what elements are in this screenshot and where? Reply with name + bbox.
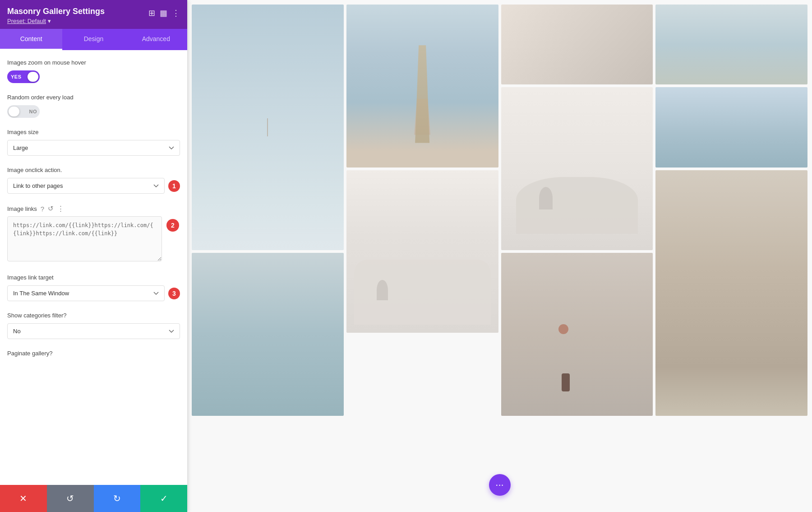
gallery-item-10[interactable] <box>192 253 344 416</box>
images-link-target-badge: 3 <box>168 288 180 299</box>
more-icon[interactable]: ⋮ <box>172 8 180 18</box>
settings-panel: Masonry Gallery Settings Preset: Default… <box>0 0 187 512</box>
expand-icon[interactable]: ⊞ <box>148 8 155 18</box>
reset-icon[interactable]: ↺ <box>48 205 54 213</box>
image-onclick-badge: 1 <box>168 180 180 192</box>
images-size-label: Images size <box>7 129 180 135</box>
gallery-item-2[interactable] <box>346 5 498 168</box>
sidebar-header: Masonry Gallery Settings Preset: Default… <box>0 0 187 29</box>
gallery-item-3[interactable] <box>501 5 653 84</box>
image-links-group: Image links ? ↺ ⋮ https://link.com/{{lin… <box>7 205 180 263</box>
tab-advanced[interactable]: Advanced <box>125 29 187 50</box>
preset-label[interactable]: Preset: Default ▾ <box>7 18 105 24</box>
masonry-grid <box>187 0 812 503</box>
image-onclick-label: Image onclick action. <box>7 167 180 173</box>
help-icon[interactable]: ? <box>41 205 44 213</box>
tab-content[interactable]: Content <box>0 29 62 50</box>
images-link-target-label: Images link target <box>7 274 180 281</box>
random-order-toggle-row: NO <box>7 105 180 118</box>
sidebar-tabs: Content Design Advanced <box>0 29 187 50</box>
gallery-item-9[interactable] <box>655 170 807 416</box>
gallery-item-4[interactable] <box>655 5 807 84</box>
random-order-group: Random order every load NO <box>7 94 180 118</box>
show-categories-label: Show categories filter? <box>7 312 180 319</box>
tab-design[interactable]: Design <box>62 29 125 50</box>
images-zoom-group: Images zoom on mouse hover YES <box>7 59 180 83</box>
more-links-icon[interactable]: ⋮ <box>57 205 64 213</box>
undo-icon: ↺ <box>66 493 74 504</box>
show-categories-group: Show categories filter? No Yes <box>7 312 180 339</box>
cancel-button[interactable]: ✕ <box>0 485 47 512</box>
image-links-badge: 2 <box>166 219 179 232</box>
image-onclick-group: Image onclick action. Link to other page… <box>7 167 180 194</box>
random-order-label: Random order every load <box>7 94 180 101</box>
images-zoom-toggle-row: YES <box>7 70 180 83</box>
random-order-toggle[interactable]: NO <box>7 105 40 118</box>
image-links-header: Image links ? ↺ ⋮ <box>7 205 180 213</box>
sidebar-footer: ✕ ↺ ↻ ✓ <box>0 485 187 512</box>
gallery-item-6[interactable] <box>655 87 807 167</box>
fab-button[interactable]: ··· <box>489 474 511 496</box>
image-onclick-select[interactable]: Link to other pages Open lightbox None <box>7 178 165 194</box>
gallery-item-5[interactable] <box>501 87 653 250</box>
save-button[interactable]: ✓ <box>140 485 187 512</box>
sidebar-header-icons: ⊞ ▦ ⋮ <box>148 6 180 18</box>
paginate-label: Paginate gallery? <box>7 350 180 357</box>
images-size-group: Images size Large Medium Small Full <box>7 129 180 156</box>
gallery-item-1[interactable] <box>192 5 344 250</box>
sidebar-content: Images zoom on mouse hover YES Random or… <box>0 50 187 485</box>
images-zoom-label: Images zoom on mouse hover <box>7 59 180 66</box>
main-canvas: ··· <box>187 0 812 512</box>
undo-button[interactable]: ↺ <box>47 485 94 512</box>
show-categories-select[interactable]: No Yes <box>7 323 180 339</box>
image-links-textarea[interactable]: https://link.com/{{link}}https://link.co… <box>7 216 162 261</box>
layout-icon[interactable]: ▦ <box>160 8 167 18</box>
images-zoom-toggle[interactable]: YES <box>7 70 40 83</box>
images-link-target-row: In The Same Window In A New Window 3 <box>7 285 180 301</box>
gallery-item-7[interactable] <box>346 170 498 333</box>
cancel-icon: ✕ <box>19 493 27 504</box>
toggle-yes-label: YES <box>11 74 22 79</box>
images-link-target-group: Images link target In The Same Window In… <box>7 274 180 301</box>
save-icon: ✓ <box>160 493 168 504</box>
toggle-knob <box>28 72 38 82</box>
image-links-textarea-wrapper: https://link.com/{{link}}https://link.co… <box>7 216 162 263</box>
images-size-select[interactable]: Large Medium Small Full <box>7 140 180 156</box>
paginate-group: Paginate gallery? <box>7 350 180 357</box>
fab-icon: ··· <box>495 479 503 491</box>
gallery-item-8[interactable] <box>501 253 653 416</box>
redo-icon: ↻ <box>113 493 121 504</box>
image-links-label: Image links <box>7 205 37 212</box>
images-link-target-select[interactable]: In The Same Window In A New Window <box>7 285 165 301</box>
sidebar-header-left: Masonry Gallery Settings Preset: Default… <box>7 6 105 24</box>
image-onclick-row: Link to other pages Open lightbox None 1 <box>7 178 180 194</box>
toggle-knob-off <box>9 107 19 116</box>
toggle-no-label: NO <box>29 109 37 114</box>
panel-title: Masonry Gallery Settings <box>7 6 105 17</box>
redo-button[interactable]: ↻ <box>94 485 141 512</box>
